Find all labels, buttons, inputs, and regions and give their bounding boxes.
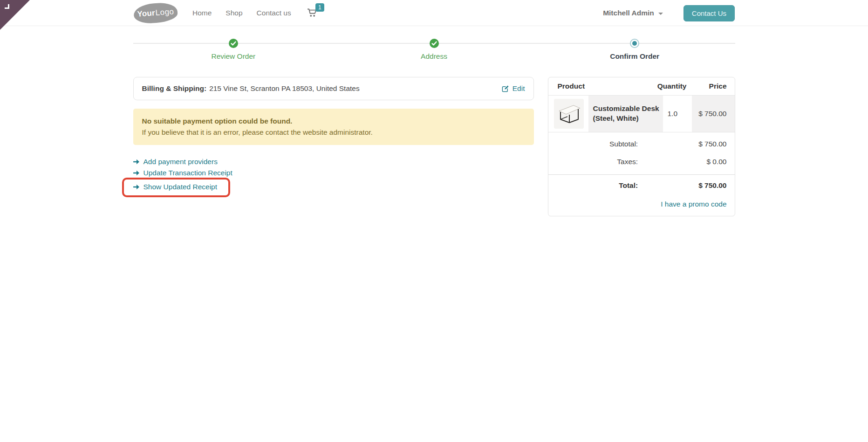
cart-item-row: Customizable Desk (Steel, White) 1.0 $ 7… [548, 96, 735, 132]
nav-contact-us[interactable]: Contact us [257, 9, 291, 17]
main-content: Billing & Shipping: 215 Vine St, Scranto… [133, 77, 735, 216]
promo-code-link[interactable]: I have a promo code [661, 200, 726, 208]
product-image-cell [548, 96, 588, 132]
checkout-progress: Review Order Address Confirm Order [133, 33, 735, 65]
column-header-quantity: Quantity [647, 82, 687, 90]
warning-body: If you believe that it is an error, plea… [142, 127, 525, 138]
action-link-label: Add payment providers [144, 158, 218, 166]
subtotal-label: Subtotal: [556, 140, 638, 148]
summary-header-row: Product Quantity Price [548, 77, 735, 96]
add-payment-providers-link[interactable]: Add payment providers [133, 156, 218, 167]
subtotal-value: $ 750.00 [638, 140, 726, 148]
step-label: Address [421, 52, 447, 61]
billing-label: Billing & Shipping: [142, 84, 207, 93]
step-address[interactable]: Address [334, 33, 534, 61]
product-thumbnail[interactable] [554, 99, 584, 129]
total-value: $ 750.00 [638, 181, 726, 190]
arrow-right-icon [133, 184, 140, 190]
edit-label: Edit [513, 84, 525, 93]
product-name: Customizable Desk (Steel, White) [588, 96, 663, 132]
warning-title: No suitable payment option could be foun… [142, 116, 525, 127]
contact-us-button[interactable]: Contact Us [683, 5, 735, 21]
product-price: $ 750.00 [692, 96, 735, 132]
show-updated-receipt-link[interactable]: Show Updated Receipt [133, 181, 218, 193]
product-quantity: 1.0 [663, 96, 692, 132]
annotation-highlight-rectangle: Show Updated Receipt [122, 178, 231, 197]
payment-column: Billing & Shipping: 215 Vine St, Scranto… [133, 77, 534, 195]
current-step-dot-icon [630, 39, 639, 48]
promo-row: I have a promo code [548, 194, 735, 216]
edit-pencil-icon [502, 85, 509, 92]
check-circle-icon [229, 39, 238, 48]
cart-count-badge: 1 [315, 3, 324, 12]
billing-address: 215 Vine St, Scranton PA 18503, United S… [209, 84, 360, 93]
site-logo[interactable]: YourLogo [133, 1, 178, 24]
user-menu-label: Mitchell Admin [603, 9, 654, 17]
step-review-order[interactable]: Review Order [133, 33, 334, 61]
update-transaction-receipt-link[interactable]: Update Transaction Receipt [133, 167, 232, 179]
column-header-product: Product [558, 82, 647, 90]
total-row: Total: $ 750.00 [548, 175, 735, 194]
arrow-right-icon [133, 159, 140, 165]
nav-shop[interactable]: Shop [226, 9, 242, 17]
logo-text-logo: Logo [155, 7, 174, 18]
step-confirm-order: Confirm Order [534, 33, 735, 61]
payment-action-links: Add payment providers Update Transaction… [133, 156, 534, 195]
header-right: Mitchell Admin Contact Us [603, 0, 735, 26]
chevron-down-icon [658, 13, 663, 15]
order-summary-table: Product Quantity Price Customizable Desk… [548, 77, 735, 216]
taxes-label: Taxes: [556, 158, 638, 166]
payment-warning-alert: No suitable payment option could be foun… [133, 109, 534, 145]
action-link-label: Update Transaction Receipt [144, 169, 232, 177]
action-link-label: Show Updated Receipt [144, 183, 218, 191]
corner-bracket-icon [5, 4, 9, 9]
taxes-value: $ 0.00 [638, 158, 726, 166]
user-menu[interactable]: Mitchell Admin [603, 9, 663, 17]
arrow-right-icon [133, 170, 140, 176]
step-label: Confirm Order [610, 52, 659, 61]
main-nav: Home Shop Contact us [192, 9, 291, 17]
step-label: Review Order [211, 52, 255, 61]
taxes-row: Taxes: $ 0.00 [548, 153, 735, 171]
edit-address-link[interactable]: Edit [502, 84, 525, 93]
billing-shipping-card: Billing & Shipping: 215 Vine St, Scranto… [133, 77, 534, 100]
cart-button[interactable]: 1 [307, 8, 317, 17]
column-header-price: Price [687, 82, 727, 90]
summary-totals: Subtotal: $ 750.00 Taxes: $ 0.00 Total: … [548, 132, 735, 216]
total-label: Total: [556, 181, 638, 190]
nav-home[interactable]: Home [192, 9, 212, 17]
subtotal-row: Subtotal: $ 750.00 [548, 135, 735, 153]
check-circle-icon [430, 39, 439, 48]
site-header: YourLogo Home Shop Contact us 1 Mitchell… [0, 0, 868, 26]
logo-text-your: Your [137, 8, 156, 19]
